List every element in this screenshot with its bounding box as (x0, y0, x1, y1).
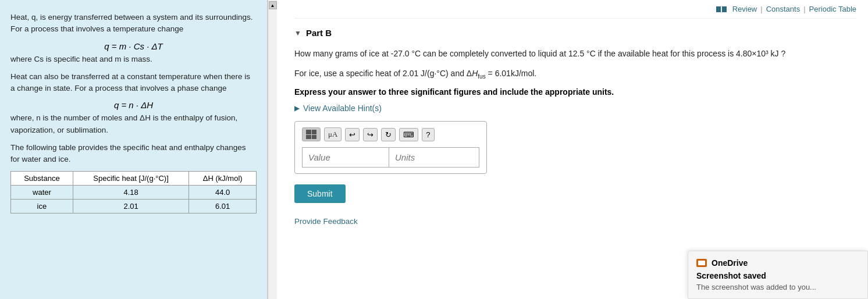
part-label: Part B (306, 28, 332, 38)
review-link[interactable]: Review (732, 5, 757, 13)
hint-formula: For ice, use a specific heat of 2.01 J/(… (294, 67, 818, 81)
water-specific-heat: 4.18 (73, 186, 189, 200)
review-icon-right (722, 6, 727, 12)
heat-definition: Heat, q, is energy transferred between a… (10, 12, 257, 35)
left-info-panel: Heat, q, is energy transferred between a… (0, 0, 268, 299)
where-n-dh: where, n is the number of moles and ΔH i… (10, 112, 257, 136)
ice-dh: 6.01 (189, 200, 257, 213)
water-dh: 44.0 (189, 186, 257, 200)
onedrive-title: OneDrive (712, 258, 748, 268)
onedrive-subtitle: Screenshot saved (696, 271, 859, 280)
provide-feedback-link[interactable]: Provide Feedback (294, 217, 358, 226)
value-units-row (302, 147, 479, 168)
hint-arrow-icon: ▶ (294, 104, 300, 112)
onedrive-icon (696, 259, 707, 267)
part-header: ▼ Part B (294, 28, 856, 38)
grid-icon (306, 130, 316, 139)
top-bar: Review | Constants | Periodic Table (294, 0, 856, 19)
constants-link[interactable]: Constants (766, 5, 801, 13)
answer-toolbar: μA ↩ ↪ ↻ ⌨ ? (302, 127, 479, 141)
question-text: How many grams of ice at -27.0 °C can be… (294, 47, 818, 60)
substance-ice: ice (11, 200, 73, 213)
table-row: water 4.18 44.0 (11, 186, 257, 200)
keyboard-button[interactable]: ⌨ (399, 128, 418, 141)
scroll-up-arrow[interactable]: ▲ (269, 1, 277, 9)
hint-row[interactable]: ▶ View Available Hint(s) (294, 104, 856, 113)
scrollbar[interactable]: ▲ (268, 0, 277, 299)
onedrive-notification: OneDrive Screenshot saved The screenshot… (688, 251, 868, 299)
mu-button[interactable]: μA (324, 127, 341, 141)
review-icon-left (716, 6, 721, 12)
substance-water: water (11, 186, 73, 200)
heat-constant-temp: Heat can also be transferred at a consta… (10, 71, 257, 95)
onedrive-text: The screenshot was added to you... (696, 283, 859, 291)
submit-button[interactable]: Submit (294, 184, 346, 203)
express-instruction: Express your answer to three significant… (294, 87, 856, 97)
separator-2: | (803, 5, 805, 13)
grid-button[interactable] (302, 127, 321, 141)
formula-q-mcs-dt: q = m · Cs · ΔT (10, 41, 257, 51)
table-description: The following table provides the specifi… (10, 142, 257, 166)
undo-button[interactable]: ↩ (345, 128, 360, 141)
where-cs-m: where Cs is specific heat and m is mass. (10, 54, 257, 65)
periodic-table-link[interactable]: Periodic Table (809, 5, 856, 13)
onedrive-icon-inner (698, 261, 705, 265)
units-input[interactable] (389, 147, 479, 168)
col-substance: Substance (11, 172, 73, 186)
right-content-panel: Review | Constants | Periodic Table ▼ Pa… (277, 0, 868, 299)
col-dh: ΔH (kJ/mol) (189, 172, 257, 186)
ice-specific-heat: 2.01 (73, 200, 189, 213)
help-button[interactable]: ? (422, 128, 434, 141)
review-icon (716, 6, 727, 12)
answer-input-box: μA ↩ ↪ ↻ ⌨ ? (294, 121, 487, 174)
separator-1: | (760, 5, 762, 13)
view-hints-link[interactable]: View Available Hint(s) (303, 104, 382, 113)
question-main: How many grams of ice at -27.0 °C can be… (294, 49, 785, 58)
col-specific-heat: Specific heat [J/(g·°C)] (73, 172, 189, 186)
redo-button[interactable]: ↪ (363, 128, 378, 141)
value-input[interactable] (302, 147, 389, 168)
table-row: ice 2.01 6.01 (11, 200, 257, 213)
formula-q-ndh: q = n · ΔH (10, 100, 257, 110)
refresh-button[interactable]: ↻ (381, 128, 396, 141)
specific-heat-table: Substance Specific heat [J/(g·°C)] ΔH (k… (10, 171, 257, 213)
onedrive-header: OneDrive (696, 258, 859, 268)
collapse-arrow-icon[interactable]: ▼ (294, 29, 301, 37)
